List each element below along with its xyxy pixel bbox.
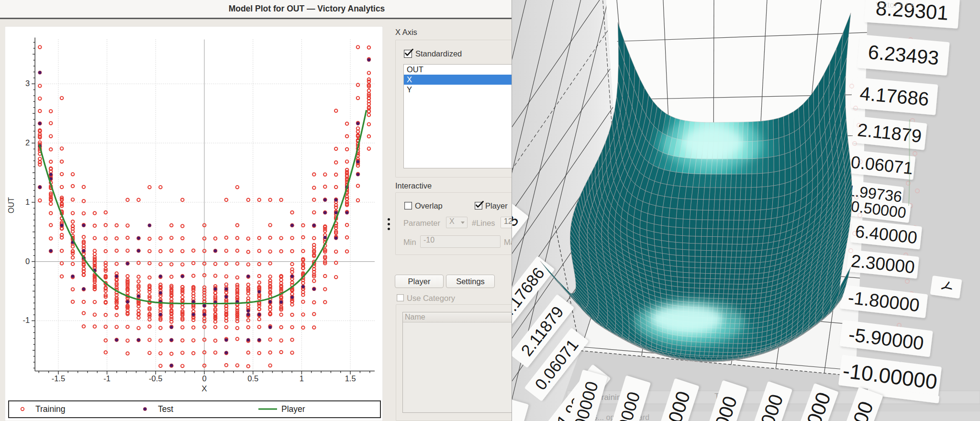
svg-text:-1: -1 [22, 316, 30, 324]
svg-text:1: 1 [25, 198, 30, 206]
svg-text:3: 3 [25, 79, 30, 88]
svg-text:2: 2 [25, 138, 30, 147]
svg-text:1: 1 [300, 374, 304, 383]
svg-text:Training: Training [35, 404, 66, 414]
svg-text:0: 0 [202, 374, 206, 383]
svg-text:Player: Player [281, 404, 305, 414]
svg-text:OUT: OUT [7, 197, 15, 213]
svg-text:1.5: 1.5 [345, 374, 356, 383]
svg-text:-1: -1 [103, 374, 111, 383]
svg-text:Test: Test [158, 404, 173, 414]
svg-text:-1.5: -1.5 [52, 374, 65, 383]
svg-text:0.5: 0.5 [247, 374, 258, 383]
svg-text:0: 0 [25, 257, 30, 266]
svg-text:V ctor a t s: V ctor a t s [876, 0, 914, 10]
svg-text:-0.5: -0.5 [149, 374, 162, 383]
svg-text:X: X [201, 384, 207, 393]
